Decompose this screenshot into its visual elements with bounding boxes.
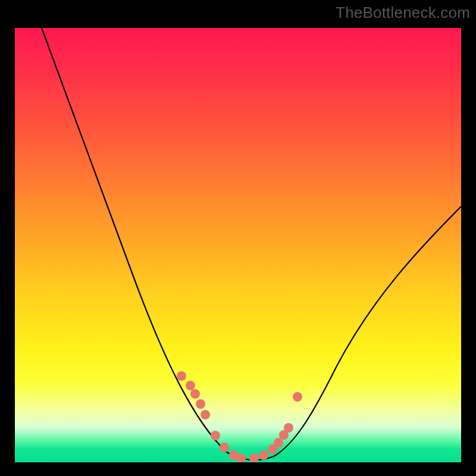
svg-point-14 — [284, 423, 293, 433]
chart-gradient-background — [15, 28, 461, 462]
svg-point-12 — [274, 438, 283, 447]
svg-point-4 — [201, 410, 210, 419]
svg-point-9 — [249, 453, 259, 462]
chart-svg — [15, 28, 461, 462]
svg-point-1 — [186, 381, 195, 390]
bottleneck-curve — [42, 28, 461, 460]
watermark-text: TheBottleneck.com — [336, 4, 470, 22]
svg-point-0 — [177, 371, 186, 381]
svg-point-10 — [259, 450, 268, 460]
chart-frame — [12, 25, 464, 465]
svg-point-2 — [190, 389, 200, 399]
svg-point-3 — [196, 399, 205, 409]
svg-point-15 — [293, 392, 302, 402]
svg-point-5 — [211, 431, 220, 440]
svg-point-6 — [220, 443, 229, 452]
